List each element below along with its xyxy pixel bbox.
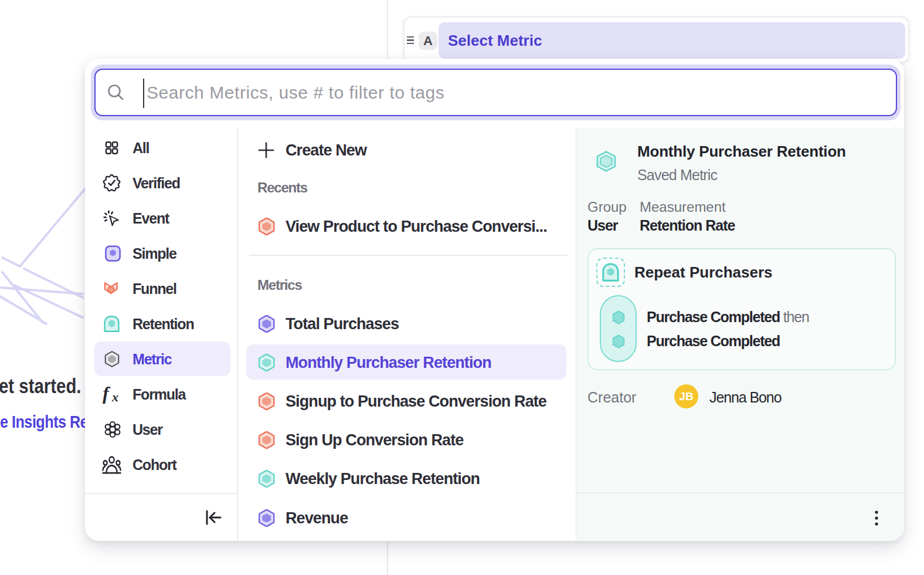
svg-text:f: f [103, 385, 111, 404]
svg-text:x: x [111, 390, 118, 404]
